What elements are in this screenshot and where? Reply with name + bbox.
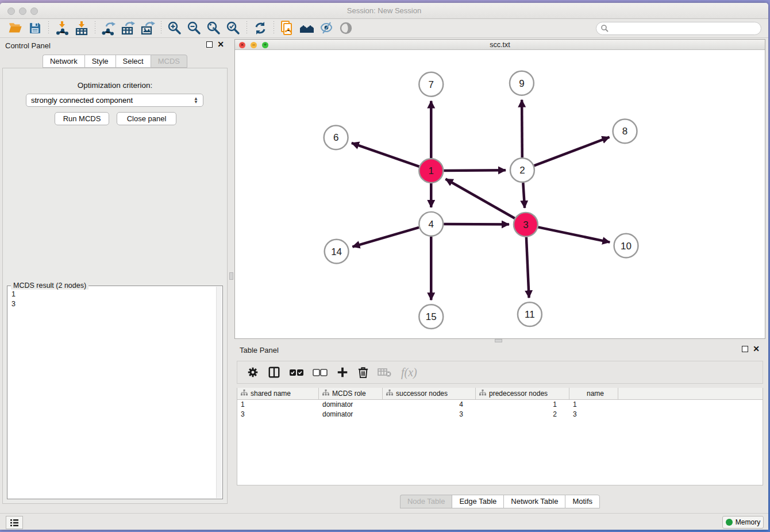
edge-4-14[interactable] [352, 228, 419, 247]
cell-successor-nodes[interactable]: 3 [383, 410, 476, 418]
edge-4-3[interactable] [444, 224, 509, 225]
edge-1-2[interactable] [444, 170, 506, 171]
run-mcds-button[interactable]: Run MCDS [55, 112, 109, 125]
edge-3-1[interactable] [445, 179, 514, 218]
table-row[interactable]: 3dominator323 [237, 410, 763, 419]
network-canvas[interactable]: 7968124314101511 [235, 50, 765, 338]
cell-successor-nodes[interactable]: 4 [383, 400, 476, 408]
optimization-criterion-label: Optimization criterion: [3, 81, 227, 90]
tab-select[interactable]: Select [116, 55, 151, 68]
tab-network-table[interactable]: Network Table [503, 495, 565, 508]
toolbar-separator [161, 21, 161, 35]
tab-edge-table[interactable]: Edge Table [452, 495, 503, 508]
node-label-8: 8 [622, 126, 627, 137]
float-panel-icon[interactable] [206, 41, 213, 48]
table-row[interactable]: 1dominator411 [237, 400, 763, 410]
refresh-icon[interactable] [251, 20, 270, 36]
column-header-name[interactable]: name [569, 388, 618, 399]
zoom-selected-icon[interactable] [224, 20, 243, 36]
cell-predecessor-nodes[interactable]: 2 [476, 410, 569, 418]
cell-MCDS-role[interactable]: dominator [319, 400, 383, 408]
node-label-1: 1 [429, 165, 434, 176]
task-history-button[interactable] [6, 516, 23, 529]
clone-network-icon[interactable] [278, 20, 297, 36]
show-hide-graphics-icon[interactable] [317, 20, 336, 36]
open-session-icon[interactable] [6, 20, 25, 36]
cell-shared-name[interactable]: 1 [237, 400, 319, 408]
edge-1-6[interactable] [352, 143, 419, 167]
table-toolbar: f(x) [237, 361, 763, 384]
node-label-4: 4 [429, 219, 434, 230]
criterion-select[interactable]: strongly connected component ▲▼ [26, 94, 203, 107]
search-icon [600, 24, 609, 32]
cell-MCDS-role[interactable]: dominator [319, 410, 383, 418]
import-network-icon[interactable] [52, 20, 72, 36]
edge-3-10[interactable] [538, 227, 610, 242]
criterion-value: strongly connected component [31, 96, 133, 105]
memory-button[interactable]: Memory [722, 516, 764, 529]
cell-shared-name[interactable]: 3 [237, 410, 319, 418]
control-panel-header: Control Panel ✕ [0, 39, 230, 53]
tab-mcds[interactable]: MCDS [151, 55, 187, 68]
node-label-11: 11 [525, 309, 535, 320]
node-label-14: 14 [331, 246, 342, 257]
column-header-MCDS-role[interactable]: MCDS role [319, 388, 383, 399]
deselect-all-icon[interactable] [313, 367, 328, 377]
cell-predecessor-nodes[interactable]: 1 [476, 400, 569, 408]
first-neighbors-icon[interactable] [297, 20, 317, 36]
float-table-panel-icon[interactable] [742, 346, 748, 352]
main-titlebar: Session: New Session [0, 3, 768, 19]
mcds-result-text[interactable]: 1 3 [8, 288, 215, 498]
toggle-bird-eye-icon[interactable] [336, 20, 356, 36]
column-type-icon [479, 390, 486, 398]
control-panel-title: Control Panel [5, 41, 51, 50]
zoom-in-icon[interactable] [165, 20, 184, 36]
select-all-icon[interactable] [289, 367, 304, 377]
tab-style[interactable]: Style [84, 55, 116, 68]
close-panel-icon[interactable]: ✕ [217, 41, 224, 48]
cell-name[interactable]: 3 [569, 410, 618, 418]
toolbar-separator [48, 21, 49, 35]
node-label-10: 10 [621, 241, 632, 252]
cell-name[interactable]: 1 [569, 400, 618, 408]
close-table-panel-icon[interactable]: ✕ [753, 346, 760, 352]
tab-network[interactable]: Network [43, 55, 84, 68]
vertical-splitter-handle[interactable] [229, 272, 233, 280]
tab-motifs[interactable]: Motifs [565, 495, 600, 508]
tab-node-table[interactable]: Node Table [400, 495, 452, 508]
zoom-out-icon[interactable] [184, 20, 204, 36]
zoom-fit-icon[interactable] [204, 20, 224, 36]
column-type-icon [322, 390, 329, 398]
node-label-15: 15 [426, 311, 437, 322]
edge-3-11[interactable] [526, 237, 529, 298]
network-view-window: × − + scc.txt 7968124314101511 [234, 39, 765, 339]
add-column-icon[interactable] [336, 366, 349, 379]
column-header-predecessor-nodes[interactable]: predecessor nodes [476, 388, 569, 399]
horizontal-splitter-handle[interactable] [495, 339, 502, 342]
edge-2-8[interactable] [534, 137, 609, 166]
import-table-icon[interactable] [72, 20, 91, 36]
close-panel-button[interactable]: Close panel [117, 112, 176, 125]
save-session-icon[interactable] [25, 20, 45, 36]
export-table-icon[interactable] [118, 20, 138, 36]
column-header-shared-name[interactable]: shared name [237, 388, 319, 399]
network-view-title: scc.txt [235, 41, 765, 49]
export-network-icon[interactable] [99, 20, 118, 36]
result-scrollbar[interactable] [216, 287, 222, 498]
split-columns-icon[interactable] [268, 366, 280, 379]
table-panel-tabs: Node TableEdge TableNetwork TableMotifs [234, 495, 765, 508]
table-panel: Table Panel ✕ f(x) shared nameMCDS rol [234, 343, 765, 510]
network-window-titlebar[interactable]: × − + scc.txt [235, 40, 765, 50]
window-title: Session: New Session [0, 6, 768, 15]
node-label-6: 6 [333, 132, 338, 143]
gear-icon[interactable] [247, 366, 259, 379]
edge-2-9[interactable] [522, 100, 522, 158]
function-builder-icon[interactable]: f(x) [401, 366, 417, 379]
edge-2-3[interactable] [523, 183, 525, 208]
search-input[interactable] [596, 22, 761, 35]
search-input-field[interactable] [609, 24, 761, 32]
export-image-icon[interactable] [138, 20, 157, 36]
delete-table-icon[interactable] [378, 367, 392, 377]
delete-column-icon[interactable] [357, 366, 369, 379]
column-header-successor-nodes[interactable]: successor nodes [383, 388, 476, 399]
